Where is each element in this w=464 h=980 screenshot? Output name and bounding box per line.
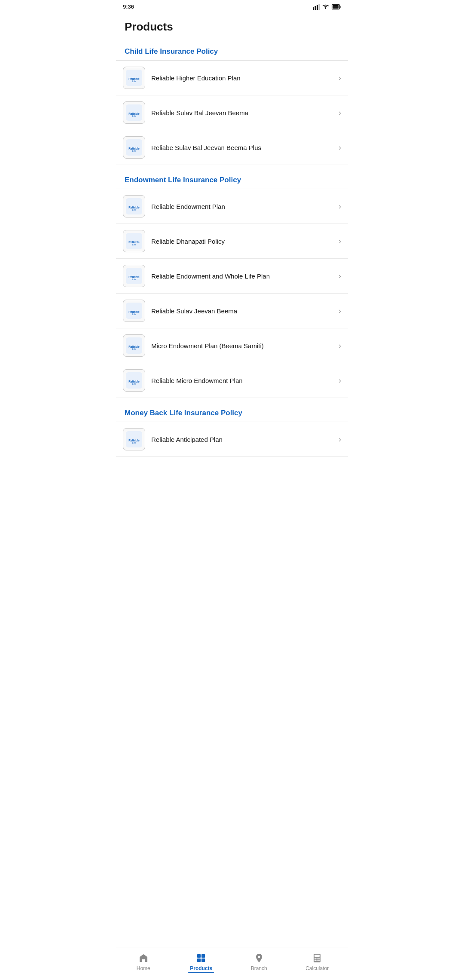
product-name: Reliable Endowment and Whole Life Plan bbox=[151, 272, 335, 281]
chevron-right-icon: › bbox=[339, 143, 341, 152]
products-icon bbox=[195, 952, 207, 964]
list-item[interactable]: Reliable Life Reliabe Sulav Bal Jeevan B… bbox=[116, 130, 348, 165]
status-icons bbox=[313, 4, 341, 10]
nav-label-home: Home bbox=[137, 965, 150, 971]
nav-item-products[interactable]: Products bbox=[183, 951, 219, 973]
svg-rect-0 bbox=[313, 7, 314, 10]
section-title-endowment: Endowment Life Insurance Policy bbox=[116, 167, 348, 189]
product-name: Reliable Sulav Bal Jeevan Beema bbox=[151, 108, 335, 117]
svg-text:Life: Life bbox=[132, 150, 136, 152]
svg-text:Life: Life bbox=[132, 80, 136, 83]
svg-rect-46 bbox=[317, 958, 318, 959]
svg-text:Life: Life bbox=[132, 383, 136, 385]
product-name: Reliable Anticipated Plan bbox=[151, 435, 335, 444]
svg-text:Life: Life bbox=[132, 441, 136, 444]
chevron-right-icon: › bbox=[339, 74, 341, 83]
chevron-right-icon: › bbox=[339, 108, 341, 117]
section-endowment: Endowment Life Insurance Policy Reliable… bbox=[116, 167, 348, 400]
battery-icon bbox=[332, 4, 341, 9]
chevron-right-icon: › bbox=[339, 237, 341, 246]
product-name: Micro Endowment Plan (Beema Samiti) bbox=[151, 341, 335, 350]
product-logo: Reliable Life bbox=[123, 300, 145, 322]
section-title-child-life: Child Life Insurance Policy bbox=[116, 39, 348, 60]
product-name: Reliable Higher Education Plan bbox=[151, 74, 335, 83]
signal-icon bbox=[313, 4, 320, 10]
nav-label-branch: Branch bbox=[251, 965, 267, 971]
product-logo: Reliable Life bbox=[123, 265, 145, 287]
list-item[interactable]: Reliable Life Reliable Micro Endowment P… bbox=[116, 363, 348, 398]
calculator-icon bbox=[311, 952, 323, 964]
svg-point-4 bbox=[325, 8, 326, 9]
product-logo: Reliable Life bbox=[123, 195, 145, 217]
svg-rect-7 bbox=[333, 5, 339, 9]
list-item[interactable]: Reliable Life Reliable Dhanapati Policy … bbox=[116, 224, 348, 259]
list-item[interactable]: Reliable Life Reliable Sulav Bal Jeevan … bbox=[116, 95, 348, 130]
svg-rect-6 bbox=[340, 6, 341, 8]
product-name: Reliable Endowment Plan bbox=[151, 202, 335, 211]
product-logo: Reliable Life bbox=[123, 136, 145, 159]
product-name: Reliabe Sulav Bal Jeevan Beema Plus bbox=[151, 143, 335, 152]
page-title: Products bbox=[116, 13, 348, 39]
svg-rect-44 bbox=[314, 955, 320, 957]
status-bar: 9:36 bbox=[116, 0, 348, 13]
svg-text:Life: Life bbox=[132, 115, 136, 117]
svg-rect-41 bbox=[201, 959, 205, 962]
chevron-right-icon: › bbox=[339, 376, 341, 385]
product-logo: Reliable Life bbox=[123, 67, 145, 89]
time-display: 9:36 bbox=[123, 3, 134, 10]
product-logo: Reliable Life bbox=[123, 369, 145, 392]
list-item[interactable]: Reliable Life Reliable Higher Education … bbox=[116, 61, 348, 95]
list-item[interactable]: Reliable Life Reliable Endowment Plan › bbox=[116, 189, 348, 224]
svg-rect-48 bbox=[314, 960, 316, 961]
section-title-money-back: Money Back Life Insurance Policy bbox=[116, 400, 348, 422]
bottom-navigation: Home Products Branch bbox=[116, 947, 348, 980]
svg-text:Life: Life bbox=[132, 313, 136, 315]
svg-rect-47 bbox=[318, 958, 320, 959]
product-name: Reliable Sulav Jeevan Beema bbox=[151, 306, 335, 315]
svg-text:Life: Life bbox=[132, 348, 136, 350]
product-logo: Reliable Life bbox=[123, 101, 145, 124]
svg-rect-1 bbox=[315, 6, 316, 10]
list-item[interactable]: Reliable Life Micro Endowment Plan (Beem… bbox=[116, 328, 348, 363]
svg-rect-49 bbox=[317, 960, 318, 961]
svg-rect-38 bbox=[197, 954, 201, 958]
nav-active-indicator bbox=[188, 972, 214, 973]
product-logo: Reliable Life bbox=[123, 428, 145, 450]
svg-rect-45 bbox=[314, 958, 316, 959]
content-area: Child Life Insurance Policy Reliable Lif… bbox=[116, 39, 348, 980]
svg-text:Life: Life bbox=[132, 208, 136, 211]
nav-label-products: Products bbox=[190, 965, 212, 971]
svg-rect-2 bbox=[317, 5, 318, 10]
svg-point-42 bbox=[258, 956, 260, 958]
svg-rect-40 bbox=[197, 959, 201, 962]
svg-rect-39 bbox=[201, 954, 205, 958]
chevron-right-icon: › bbox=[339, 435, 341, 444]
product-list-endowment: Reliable Life Reliable Endowment Plan › … bbox=[116, 189, 348, 398]
svg-text:Life: Life bbox=[132, 243, 136, 246]
branch-icon bbox=[253, 952, 265, 964]
chevron-right-icon: › bbox=[339, 202, 341, 211]
chevron-right-icon: › bbox=[339, 306, 341, 315]
list-item[interactable]: Reliable Life Reliable Endowment and Who… bbox=[116, 259, 348, 294]
chevron-right-icon: › bbox=[339, 341, 341, 350]
nav-item-home[interactable]: Home bbox=[128, 951, 159, 973]
nav-item-branch[interactable]: Branch bbox=[244, 951, 274, 973]
svg-rect-3 bbox=[319, 4, 320, 10]
product-list-money-back: Reliable Life Reliable Anticipated Plan … bbox=[116, 422, 348, 457]
section-money-back: Money Back Life Insurance Policy Reliabl… bbox=[116, 400, 348, 457]
product-logo: Reliable Life bbox=[123, 230, 145, 252]
nav-label-calculator: Calculator bbox=[305, 965, 329, 971]
svg-rect-50 bbox=[318, 960, 320, 961]
nav-item-calculator[interactable]: Calculator bbox=[299, 951, 336, 973]
svg-text:Life: Life bbox=[132, 278, 136, 281]
section-child-life: Child Life Insurance Policy Reliable Lif… bbox=[116, 39, 348, 167]
product-logo: Reliable Life bbox=[123, 334, 145, 357]
home-icon bbox=[138, 952, 149, 964]
product-name: Reliable Dhanapati Policy bbox=[151, 237, 335, 246]
product-name: Reliable Micro Endowment Plan bbox=[151, 376, 335, 385]
chevron-right-icon: › bbox=[339, 272, 341, 281]
list-item[interactable]: Reliable Life Reliable Anticipated Plan … bbox=[116, 422, 348, 457]
list-item[interactable]: Reliable Life Reliable Sulav Jeevan Beem… bbox=[116, 294, 348, 328]
wifi-icon bbox=[322, 4, 329, 10]
product-list-child-life: Reliable Life Reliable Higher Education … bbox=[116, 60, 348, 165]
